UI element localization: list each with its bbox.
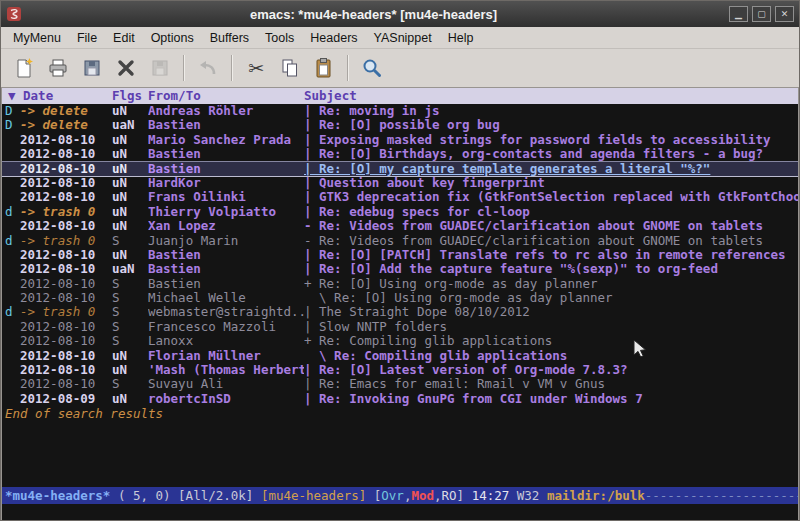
from-cell: robertcInSD — [148, 392, 304, 406]
message-row[interactable]: 2012-08-10SMichael Welle \ Re: [O] Using… — [2, 291, 798, 305]
message-row[interactable]: d-> trash 0SJuanjo Marin- Re: Videos fro… — [2, 234, 798, 248]
column-header-flags[interactable]: Flgs — [112, 88, 148, 104]
search-button[interactable] — [356, 52, 388, 84]
mark-cell — [2, 162, 20, 176]
search-icon — [361, 57, 383, 79]
from-cell: Xan Lopez — [148, 219, 304, 233]
menu-item-yasnippet[interactable]: YASnippet — [366, 29, 440, 47]
date-cell: -> trash 0 — [20, 234, 112, 248]
subject-cell: | The Straight Dope 08/10/2012 — [304, 305, 798, 319]
modeline-segment-plain: ] — [457, 487, 472, 504]
flags-cell: uN — [112, 162, 148, 176]
maximize-button[interactable]: ▢ — [752, 6, 771, 22]
menu-item-options[interactable]: Options — [143, 29, 202, 47]
cut-button[interactable]: ✂ — [240, 52, 272, 84]
print-button[interactable] — [42, 52, 74, 84]
column-header-date[interactable]: ▼ Date — [2, 88, 112, 104]
menu-item-help[interactable]: Help — [440, 29, 482, 47]
menu-item-buffers[interactable]: Buffers — [202, 29, 257, 47]
message-row[interactable]: 2012-08-10uaNBastien| Re: [O] Add the ca… — [2, 262, 798, 276]
modeline[interactable]: *mu4e-headers* ( 5, 0) [All/2.0k] [mu4e-… — [2, 487, 798, 504]
from-cell: Bastien — [148, 147, 304, 161]
message-row[interactable]: 2012-08-10uNBastien| Re: [O] my capture … — [2, 162, 798, 176]
from-cell: Bastien — [148, 262, 304, 276]
message-row[interactable]: 2012-08-10uNXan Lopez- Re: Videos from G… — [2, 219, 798, 233]
mark-cell — [2, 363, 20, 377]
modeline-segment-ovr: Ovr — [381, 487, 404, 504]
message-row[interactable]: 2012-08-10SLanoxx+ Re: Compiling glib ap… — [2, 334, 798, 348]
mark-cell — [2, 320, 20, 334]
date-cell: 2012-08-10 — [20, 248, 112, 262]
flags-cell: S — [112, 320, 148, 334]
flags-cell: uN — [112, 363, 148, 377]
subject-cell: | Re: [O] my capture template generates … — [304, 162, 798, 176]
menu-item-edit[interactable]: Edit — [105, 29, 143, 47]
echo-area[interactable] — [2, 504, 798, 520]
flags-cell: S — [112, 234, 148, 248]
message-row[interactable]: 2012-08-10SBastien+ Re: [O] Using org-mo… — [2, 277, 798, 291]
from-cell: Thierry Volpiatto — [148, 205, 304, 219]
message-row[interactable]: 2012-08-10uNBastien| Re: [O] [PATCH] Tra… — [2, 248, 798, 262]
save-button[interactable] — [76, 52, 108, 84]
from-cell: Bastien — [148, 162, 304, 176]
modeline-segment-plain: , — [434, 487, 442, 504]
message-row[interactable]: 2012-08-10uNMario Sanchez Prada| Exposin… — [2, 133, 798, 147]
menu-item-file[interactable]: File — [69, 29, 105, 47]
paste-button[interactable] — [308, 52, 340, 84]
message-row[interactable]: 2012-08-10uNHardKor| Question about key … — [2, 176, 798, 190]
kill-buffer-button[interactable] — [110, 52, 142, 84]
message-list: D-> deleteuNAndreas Röhler| Re: moving i… — [2, 104, 798, 406]
message-row[interactable]: 2012-08-10SSuvayu Ali| Re: Emacs for ema… — [2, 377, 798, 391]
menu-item-tools[interactable]: Tools — [257, 29, 302, 47]
message-row[interactable]: D-> deleteuaNBastien| Re: [O] possible o… — [2, 118, 798, 132]
message-row[interactable]: 2012-08-10uN'Mash (Thomas Herbert)| Re: … — [2, 363, 798, 377]
message-row[interactable]: D-> deleteuNAndreas Röhler| Re: moving i… — [2, 104, 798, 118]
menu-item-mymenu[interactable]: MyMenu — [5, 29, 69, 47]
date-cell: 2012-08-09 — [20, 392, 112, 406]
message-row[interactable]: d-> trash 0Swebmaster@straightd...| The … — [2, 305, 798, 319]
mu4e-headers-buffer: ▼ Date Flgs From/To Subject D-> deleteuN… — [1, 88, 799, 520]
message-row[interactable]: 2012-08-10uNBastien| Re: [O] Birthdays, … — [2, 147, 798, 161]
date-cell: -> trash 0 — [20, 305, 112, 319]
mark-cell — [2, 262, 20, 276]
message-row[interactable]: 2012-08-09uNrobertcInSD| Re: Invoking Gn… — [2, 392, 798, 406]
copy-icon — [279, 57, 301, 79]
undo-button-disabled[interactable] — [192, 52, 224, 84]
close-button[interactable]: ✕ — [775, 6, 794, 22]
copy-button[interactable] — [274, 52, 306, 84]
modeline-segment-plain: [ — [374, 487, 382, 504]
subject-cell: | Re: Emacs for email: Rmail v VM v Gnus — [304, 377, 798, 391]
column-header-from[interactable]: From/To — [148, 88, 304, 104]
mark-cell: D — [2, 118, 20, 132]
titlebar[interactable]: emacs: *mu4e-headers* [mu4e-headers] ▁ ▢… — [1, 1, 799, 27]
minimize-button[interactable]: ▁ — [729, 6, 748, 22]
mark-cell — [2, 277, 20, 291]
subject-cell: | GTK3 deprecation fix (GtkFontSelection… — [304, 190, 798, 204]
new-file-icon — [13, 57, 35, 79]
date-cell: 2012-08-10 — [20, 176, 112, 190]
subject-cell: | Re: edebug specs for cl-loop — [304, 205, 798, 219]
subject-cell: | Re: [O] Latest version of Org-mode 7.8… — [304, 363, 798, 377]
message-row[interactable]: 2012-08-10uNFrans Oilinki| GTK3 deprecat… — [2, 190, 798, 204]
message-row[interactable]: d-> trash 0uNThierry Volpiatto| Re: edeb… — [2, 205, 798, 219]
date-cell: 2012-08-10 — [20, 363, 112, 377]
message-row[interactable]: 2012-08-10uNFlorian Müllner \ Re: Compil… — [2, 349, 798, 363]
menu-item-headers[interactable]: Headers — [302, 29, 365, 47]
flags-cell: S — [112, 377, 148, 391]
modeline-segment-minor: [mu4e-headers] — [261, 487, 374, 504]
modeline-segment-buffer-name: *mu4e-headers* — [5, 487, 110, 504]
mark-cell — [2, 176, 20, 190]
new-file-button[interactable] — [8, 52, 40, 84]
column-header-subject[interactable]: Subject — [304, 88, 798, 104]
save-as-button-disabled[interactable] — [144, 52, 176, 84]
mark-cell — [2, 248, 20, 262]
subject-cell: + Re: [O] Using org-mode as day planner — [304, 277, 798, 291]
window-title: emacs: *mu4e-headers* [mu4e-headers] — [22, 7, 725, 22]
flags-cell: uN — [112, 349, 148, 363]
emacs-window: emacs: *mu4e-headers* [mu4e-headers] ▁ ▢… — [0, 0, 800, 521]
message-row[interactable]: 2012-08-10SFrancesco Mazzoli| Slow NNTP … — [2, 320, 798, 334]
date-cell: 2012-08-10 — [20, 219, 112, 233]
mark-cell — [2, 291, 20, 305]
subject-cell: \ Re: [O] Using org-mode as day planner — [304, 291, 798, 305]
window-controls: ▁ ▢ ✕ — [725, 6, 794, 22]
